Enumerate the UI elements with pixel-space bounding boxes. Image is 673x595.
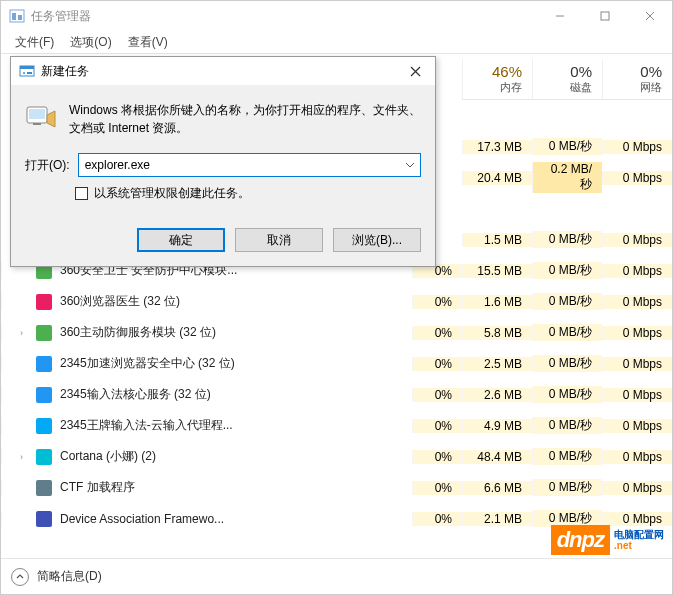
cell-net: 0 Mbps: [602, 512, 672, 526]
cell-cpu: 0%: [412, 419, 462, 433]
cell-cpu: 0%: [412, 357, 462, 371]
process-name-cell: 2345输入法核心服务 (32 位): [1, 386, 412, 403]
cell-net: 0 Mbps: [602, 419, 672, 433]
cell-mem: 20.4 MB: [462, 171, 532, 185]
cell-disk: 0.2 MB/秒: [532, 162, 602, 193]
run-icon: [25, 101, 57, 133]
dialog-close-button[interactable]: [399, 60, 431, 82]
watermark: dnpz 电脑配置网 .net: [551, 525, 668, 555]
cell-disk: 0 MB/秒: [532, 138, 602, 155]
menu-file[interactable]: 文件(F): [7, 32, 62, 53]
svg-rect-1: [12, 13, 16, 20]
process-name-cell: 360浏览器医生 (32 位): [1, 293, 412, 310]
process-name: Cortana (小娜) (2): [60, 448, 156, 465]
cell-net: 0 Mbps: [602, 140, 672, 154]
process-icon: [36, 511, 52, 527]
process-icon: [36, 480, 52, 496]
column-network[interactable]: 0% 网络: [602, 59, 672, 100]
process-name-cell: CTF 加载程序: [1, 479, 412, 496]
svg-point-9: [23, 72, 25, 74]
menu-options[interactable]: 选项(O): [62, 32, 119, 53]
cell-disk: 0 MB/秒: [532, 386, 602, 403]
cell-disk: 0 MB/秒: [532, 293, 602, 310]
browse-button[interactable]: 浏览(B)...: [333, 228, 421, 252]
cell-net: 0 Mbps: [602, 233, 672, 247]
app-icon: [9, 8, 25, 24]
open-input[interactable]: [78, 153, 421, 177]
process-icon: [36, 387, 52, 403]
cell-mem: 48.4 MB: [462, 450, 532, 464]
run-dialog: 新建任务 Windows 将根据你所键入的名称，为你打开相应的程序、文件夹、文档…: [10, 56, 436, 267]
cell-disk: 0 MB/秒: [532, 417, 602, 434]
window-title: 任务管理器: [31, 8, 537, 25]
admin-checkbox[interactable]: [75, 187, 88, 200]
open-label: 打开(O):: [25, 157, 70, 174]
svg-rect-14: [29, 109, 45, 119]
cell-disk: 0 MB/秒: [532, 231, 602, 248]
cell-net: 0 Mbps: [602, 171, 672, 185]
cell-mem: 1.5 MB: [462, 233, 532, 247]
process-name: 2345加速浏览器安全中心 (32 位): [60, 355, 235, 372]
table-row[interactable]: ›360主动防御服务模块 (32 位)0%5.8 MB0 MB/秒0 Mbps: [1, 317, 672, 348]
table-row[interactable]: CTF 加载程序0%6.6 MB0 MB/秒0 Mbps: [1, 472, 672, 503]
cell-cpu: 0%: [412, 295, 462, 309]
cell-disk: 0 MB/秒: [532, 355, 602, 372]
menu-view[interactable]: 查看(V): [120, 32, 176, 53]
open-combobox[interactable]: [78, 153, 421, 177]
table-header: 46% 内存 0% 磁盘 0% 网络: [462, 54, 672, 100]
dialog-titlebar: 新建任务: [11, 57, 435, 85]
cell-net: 0 Mbps: [602, 264, 672, 278]
table-row[interactable]: 360浏览器医生 (32 位)0%1.6 MB0 MB/秒0 Mbps: [1, 286, 672, 317]
cell-mem: 2.5 MB: [462, 357, 532, 371]
svg-rect-15: [33, 123, 41, 125]
watermark-line1: 电脑配置网: [614, 529, 664, 540]
process-name-cell: 2345王牌输入法-云输入代理程...: [1, 417, 412, 434]
process-name: 360浏览器医生 (32 位): [60, 293, 180, 310]
chevron-down-icon[interactable]: [403, 157, 417, 173]
minimize-button[interactable]: [537, 1, 582, 31]
collapse-icon[interactable]: [11, 568, 29, 586]
cell-net: 0 Mbps: [602, 388, 672, 402]
process-name: 360主动防御服务模块 (32 位): [60, 324, 216, 341]
ok-button[interactable]: 确定: [137, 228, 225, 252]
footer-bar: 简略信息(D): [1, 558, 672, 594]
process-name-cell: ›Cortana (小娜) (2): [1, 448, 412, 465]
table-row[interactable]: 2345输入法核心服务 (32 位)0%2.6 MB0 MB/秒0 Mbps: [1, 379, 672, 410]
cell-net: 0 Mbps: [602, 295, 672, 309]
cell-cpu: 0%: [412, 388, 462, 402]
cell-mem: 5.8 MB: [462, 326, 532, 340]
process-name-cell: Device Association Framewo...: [1, 511, 412, 527]
footer-details-link[interactable]: 简略信息(D): [37, 568, 102, 585]
table-row[interactable]: 2345加速浏览器安全中心 (32 位)0%2.5 MB0 MB/秒0 Mbps: [1, 348, 672, 379]
titlebar: 任务管理器: [1, 1, 672, 31]
dialog-title: 新建任务: [41, 63, 399, 80]
process-icon: [36, 418, 52, 434]
cell-cpu: 0%: [412, 512, 462, 526]
close-button[interactable]: [627, 1, 672, 31]
watermark-line2: .net: [614, 540, 664, 551]
process-name: Device Association Framewo...: [60, 512, 224, 526]
table-row[interactable]: ›Cortana (小娜) (2)0%48.4 MB0 MB/秒0 Mbps: [1, 441, 672, 472]
cell-cpu: 0%: [412, 481, 462, 495]
cell-cpu: 0%: [412, 326, 462, 340]
column-disk[interactable]: 0% 磁盘: [532, 59, 602, 100]
cell-mem: 2.6 MB: [462, 388, 532, 402]
expand-chevron-icon[interactable]: ›: [20, 328, 28, 338]
dialog-buttons: 确定 取消 浏览(B)...: [11, 218, 435, 266]
maximize-button[interactable]: [582, 1, 627, 31]
table-row[interactable]: 2345王牌输入法-云输入代理程...0%4.9 MB0 MB/秒0 Mbps: [1, 410, 672, 441]
cell-cpu: 0%: [412, 450, 462, 464]
dialog-icon: [19, 63, 35, 79]
cell-mem: 2.1 MB: [462, 512, 532, 526]
cell-disk: 0 MB/秒: [532, 262, 602, 279]
menubar: 文件(F) 选项(O) 查看(V): [1, 31, 672, 53]
cancel-button[interactable]: 取消: [235, 228, 323, 252]
expand-chevron-icon[interactable]: ›: [20, 452, 28, 462]
process-name: 2345王牌输入法-云输入代理程...: [60, 417, 233, 434]
cell-mem: 1.6 MB: [462, 295, 532, 309]
process-icon: [36, 356, 52, 372]
cell-disk: 0 MB/秒: [532, 448, 602, 465]
svg-rect-2: [18, 15, 22, 20]
column-memory[interactable]: 46% 内存: [462, 59, 532, 100]
cell-net: 0 Mbps: [602, 326, 672, 340]
